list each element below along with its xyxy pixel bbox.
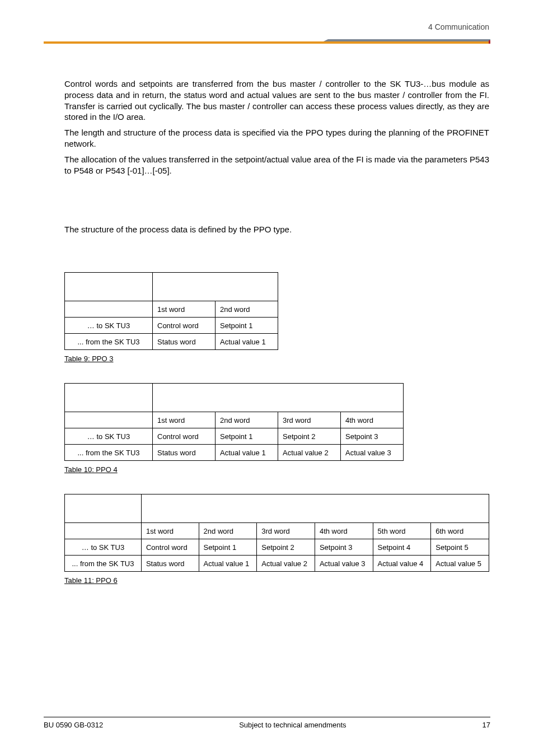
col-1st: 1st word (153, 301, 216, 318)
caption-t9: Table 9: PPO 3 (64, 354, 489, 363)
page-footer: BU 0590 GB-0312 Subject to technical ame… (44, 717, 490, 729)
paragraph-4: The structure of the process data is def… (64, 224, 489, 235)
table-ppo6: 1st word 2nd word 3rd word 4th word 5th … (64, 494, 489, 572)
row-to: … to SK TU3 (65, 428, 153, 445)
cell-cw: Control word (153, 428, 216, 445)
caption-t10: Table 10: PPO 4 (64, 465, 489, 474)
cell-sp4: Setpoint 4 (373, 539, 431, 556)
cell-sp2: Setpoint 2 (278, 428, 341, 445)
header-rule (44, 38, 490, 44)
cell-sp1: Setpoint 1 (199, 539, 257, 556)
table-ppo3: 1st word 2nd word … to SK TU3 Control wo… (64, 272, 278, 350)
cell-av4: Actual value 4 (373, 556, 431, 572)
cell-sp1: Setpoint 1 (216, 318, 278, 334)
cell-sw: Status word (141, 556, 199, 572)
paragraph-1: Control words and setpoints are transfer… (64, 78, 489, 123)
footer-left: BU 0590 GB-0312 (44, 721, 103, 729)
cell-av2: Actual value 2 (257, 556, 315, 572)
paragraph-3: The allocation of the values transferred… (64, 154, 489, 176)
row-to: … to SK TU3 (65, 318, 153, 334)
cell-sw: Status word (153, 334, 216, 350)
cell-sp3: Setpoint 3 (341, 428, 404, 445)
col-4th: 4th word (341, 412, 404, 428)
col-3rd: 3rd word (257, 523, 315, 539)
row-from: ... from the SK TU3 (65, 334, 153, 350)
cell-cw: Control word (141, 539, 199, 556)
cell-av5: Actual value 5 (431, 556, 489, 572)
cell-sp1: Setpoint 1 (216, 428, 278, 445)
col-3rd: 3rd word (278, 412, 341, 428)
col-6th: 6th word (431, 523, 489, 539)
col-5th: 5th word (373, 523, 431, 539)
footer-right: 17 (483, 721, 490, 729)
header-section: 4 Communication (428, 22, 489, 31)
col-1st: 1st word (153, 412, 216, 428)
cell-av1: Actual value 1 (199, 556, 257, 572)
cell-sp5: Setpoint 5 (431, 539, 489, 556)
cell-cw: Control word (153, 318, 216, 334)
col-2nd: 2nd word (199, 523, 257, 539)
table-ppo4: 1st word 2nd word 3rd word 4th word … to… (64, 383, 404, 461)
col-2nd: 2nd word (216, 301, 278, 318)
row-from: ... from the SK TU3 (65, 556, 142, 572)
footer-center: Subject to technical amendments (239, 721, 346, 729)
col-1st: 1st word (141, 523, 199, 539)
row-to: … to SK TU3 (65, 539, 142, 556)
cell-av1: Actual value 1 (216, 445, 278, 461)
col-4th: 4th word (315, 523, 373, 539)
cell-av3: Actual value 3 (341, 445, 404, 461)
cell-sw: Status word (153, 445, 216, 461)
cell-av3: Actual value 3 (315, 556, 373, 572)
cell-sp3: Setpoint 3 (315, 539, 373, 556)
col-2nd: 2nd word (216, 412, 278, 428)
cell-av1: Actual value 1 (216, 334, 278, 350)
cell-av2: Actual value 2 (278, 445, 341, 461)
cell-sp2: Setpoint 2 (257, 539, 315, 556)
caption-t11: Table 11: PPO 6 (64, 576, 489, 585)
paragraph-2: The length and structure of the process … (64, 127, 489, 150)
row-from: ... from the SK TU3 (65, 445, 153, 461)
